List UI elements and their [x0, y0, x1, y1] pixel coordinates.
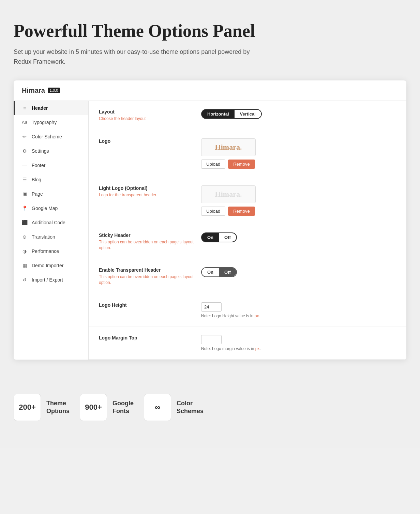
stat-card-theme-options: 200+ Theme Options: [14, 394, 70, 421]
sidebar-label-header: Header: [32, 105, 48, 111]
google-fonts-label: Google Fonts: [112, 399, 134, 415]
sidebar-item-color-scheme[interactable]: ✏ Color Scheme: [14, 130, 88, 144]
hamburger-icon: ≡: [21, 105, 28, 111]
option-row-transparent-header: Enable Transparent Header This option ca…: [89, 259, 406, 294]
logo-preview-text: Himara.: [215, 143, 242, 151]
sidebar-label-page: Page: [32, 191, 43, 197]
footer-icon: —: [21, 162, 28, 168]
sidebar-item-demo-importer[interactable]: ▦ Demo Importer: [14, 258, 88, 273]
layout-desc: Choose the header layout: [99, 116, 201, 122]
sticky-header-desc: This option can be overridden on each pa…: [99, 239, 201, 251]
demo-icon: ▦: [21, 262, 28, 269]
layout-label: Layout: [99, 109, 201, 115]
light-logo-control: Himara. Upload Remove: [201, 185, 396, 216]
sidebar-item-footer[interactable]: — Footer: [14, 158, 88, 172]
sticky-header-off-btn[interactable]: Off: [219, 233, 236, 242]
main-content: Layout Choose the header layout Horizont…: [89, 101, 406, 360]
option-label-col-logo-margin-top: Logo Margin Top: [99, 335, 201, 342]
stats-section: 200+ Theme Options 900+ Google Fonts ∞ C…: [14, 380, 406, 428]
transparent-header-on-btn[interactable]: On: [202, 268, 219, 276]
theme-options-badge: 200+: [14, 394, 41, 421]
option-row-light-logo: Light Logo (Optional) Logo for the trans…: [89, 177, 406, 224]
layout-toggle[interactable]: Horizontal Vertical: [201, 109, 262, 119]
panel-header: Himara 1.0.0: [14, 80, 406, 101]
option-row-logo-height: Logo Height Note: Logo Height value is i…: [89, 294, 406, 327]
color-schemes-badge: ∞: [144, 394, 171, 421]
panel-body: ≡ Header Aa Typography ✏ Color Scheme ⚙ …: [14, 101, 406, 360]
logo-margin-top-input[interactable]: [201, 335, 222, 344]
sidebar-label-demo-importer: Demo Importer: [32, 263, 63, 268]
sidebar-item-page[interactable]: ▣ Page: [14, 187, 88, 201]
option-label-col-layout: Layout Choose the header layout: [99, 109, 201, 122]
logo-control: Himara. Upload Remove: [201, 138, 396, 169]
pencil-icon: ✏: [21, 134, 28, 140]
logo-height-label: Logo Height: [99, 302, 201, 308]
transparent-header-label: Enable Transparent Header: [99, 267, 201, 273]
sidebar-label-typography: Typography: [32, 120, 57, 125]
sticky-header-on-btn[interactable]: On: [202, 233, 219, 242]
page-icon: ▣: [21, 191, 28, 197]
performance-icon: ◑: [21, 248, 28, 254]
stat-card-google-fonts: 900+ Google Fonts: [80, 394, 134, 421]
light-logo-preview-text: Himara.: [215, 190, 242, 198]
color-schemes-label-line2: Schemes: [177, 407, 204, 415]
sticky-header-label: Sticky Header: [99, 232, 201, 238]
logo-margin-top-note: Note: Logo margin value is in px.: [201, 346, 261, 351]
sidebar-item-settings[interactable]: ⚙ Settings: [14, 144, 88, 158]
sidebar-label-settings: Settings: [32, 148, 49, 154]
light-logo-buttons: Upload Remove: [201, 207, 255, 216]
color-schemes-label-line1: Color: [177, 399, 204, 407]
theme-options-label-line1: Theme: [46, 399, 70, 407]
sticky-header-control: On Off: [201, 232, 396, 242]
sidebar-item-google-map[interactable]: 📍 Google Map: [14, 201, 88, 215]
sidebar-item-performance[interactable]: ◑ Performance: [14, 244, 88, 258]
logo-upload-button[interactable]: Upload: [201, 160, 225, 169]
option-label-col-sticky-header: Sticky Header This option can be overrid…: [99, 232, 201, 251]
sidebar-label-footer: Footer: [32, 163, 45, 168]
logo-label: Logo: [99, 138, 201, 144]
layout-horizontal-btn[interactable]: Horizontal: [202, 110, 235, 118]
logo-buttons: Upload Remove: [201, 160, 255, 169]
option-row-logo-margin-top: Logo Margin Top Note: Logo margin value …: [89, 327, 406, 360]
color-schemes-label: Color Schemes: [177, 399, 204, 415]
sidebar-item-additional-code[interactable]: ⬛ Additional Code: [14, 215, 88, 230]
panel-logo: Himara: [22, 87, 45, 94]
theme-options-label-line2: Options: [46, 407, 70, 415]
light-logo-desc: Logo for the transparent header.: [99, 192, 201, 198]
gear-icon: ⚙: [21, 148, 28, 154]
theme-options-label: Theme Options: [46, 399, 70, 415]
light-logo-remove-button[interactable]: Remove: [228, 207, 255, 216]
transparent-header-desc: This option can be overridden on each pa…: [99, 274, 201, 286]
logo-height-input[interactable]: [201, 302, 222, 312]
layout-vertical-btn[interactable]: Vertical: [235, 110, 261, 118]
import-export-icon: ↺: [21, 277, 28, 283]
option-row-layout: Layout Choose the header layout Horizont…: [89, 101, 406, 130]
transparent-header-off-btn[interactable]: Off: [219, 268, 236, 276]
sidebar-item-blog[interactable]: ☰ Blog: [14, 172, 88, 187]
sidebar-label-color-scheme: Color Scheme: [32, 134, 62, 139]
sidebar-item-header[interactable]: ≡ Header: [14, 101, 88, 115]
admin-panel: Himara 1.0.0 ≡ Header Aa Typography ✏ Co…: [14, 80, 406, 360]
sidebar-label-blog: Blog: [32, 177, 41, 182]
code-icon: ⬛: [21, 220, 28, 226]
list-icon: ☰: [21, 177, 28, 183]
logo-height-control: Note: Logo Height value is in px.: [201, 302, 396, 318]
logo-remove-button[interactable]: Remove: [228, 160, 255, 169]
logo-margin-top-control: Note: Logo margin value is in px.: [201, 335, 396, 351]
sticky-header-toggle[interactable]: On Off: [201, 232, 237, 242]
sidebar-label-translation: Translation: [32, 234, 55, 240]
google-fonts-label-line1: Google: [112, 399, 134, 407]
option-label-col-logo: Logo: [99, 138, 201, 145]
logo-margin-top-label: Logo Margin Top: [99, 335, 201, 341]
sidebar-item-import-export[interactable]: ↺ Import / Export: [14, 273, 88, 287]
transparent-header-toggle[interactable]: On Off: [201, 267, 237, 277]
light-logo-upload-button[interactable]: Upload: [201, 207, 225, 216]
logo-height-note: Note: Logo Height value is in px.: [201, 314, 260, 318]
sidebar-item-typography[interactable]: Aa Typography: [14, 115, 88, 130]
sidebar-item-translation[interactable]: ⊙ Translation: [14, 230, 88, 244]
google-fonts-badge: 900+: [80, 394, 107, 421]
translation-icon: ⊙: [21, 234, 28, 240]
sidebar: ≡ Header Aa Typography ✏ Color Scheme ⚙ …: [14, 101, 89, 360]
light-logo-preview-box: Himara.: [201, 185, 256, 203]
option-label-col-logo-height: Logo Height: [99, 302, 201, 309]
